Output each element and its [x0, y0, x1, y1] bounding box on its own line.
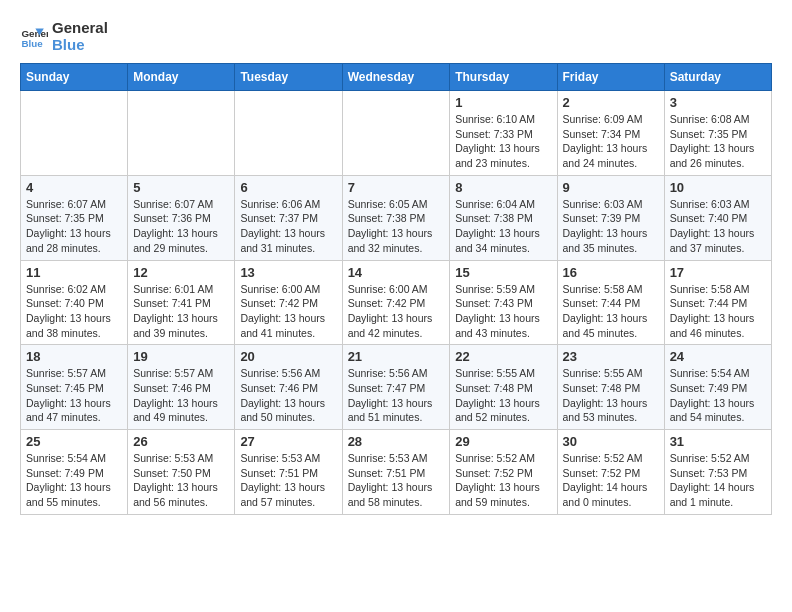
day-info: Sunrise: 5:56 AM Sunset: 7:47 PM Dayligh… — [348, 366, 445, 425]
week-row-5: 25Sunrise: 5:54 AM Sunset: 7:49 PM Dayli… — [21, 430, 772, 515]
day-cell: 21Sunrise: 5:56 AM Sunset: 7:47 PM Dayli… — [342, 345, 450, 430]
day-number: 16 — [563, 265, 659, 280]
header: General Blue General Blue — [20, 20, 772, 53]
day-info: Sunrise: 6:01 AM Sunset: 7:41 PM Dayligh… — [133, 282, 229, 341]
week-row-2: 4Sunrise: 6:07 AM Sunset: 7:35 PM Daylig… — [21, 175, 772, 260]
day-info: Sunrise: 6:04 AM Sunset: 7:38 PM Dayligh… — [455, 197, 551, 256]
day-cell — [21, 91, 128, 176]
day-info: Sunrise: 6:05 AM Sunset: 7:38 PM Dayligh… — [348, 197, 445, 256]
day-number: 11 — [26, 265, 122, 280]
day-header-thursday: Thursday — [450, 64, 557, 91]
day-number: 10 — [670, 180, 766, 195]
day-cell: 27Sunrise: 5:53 AM Sunset: 7:51 PM Dayli… — [235, 430, 342, 515]
day-info: Sunrise: 5:55 AM Sunset: 7:48 PM Dayligh… — [455, 366, 551, 425]
day-info: Sunrise: 5:52 AM Sunset: 7:53 PM Dayligh… — [670, 451, 766, 510]
day-cell: 28Sunrise: 5:53 AM Sunset: 7:51 PM Dayli… — [342, 430, 450, 515]
day-cell: 10Sunrise: 6:03 AM Sunset: 7:40 PM Dayli… — [664, 175, 771, 260]
day-info: Sunrise: 6:09 AM Sunset: 7:34 PM Dayligh… — [563, 112, 659, 171]
day-cell: 14Sunrise: 6:00 AM Sunset: 7:42 PM Dayli… — [342, 260, 450, 345]
day-cell: 29Sunrise: 5:52 AM Sunset: 7:52 PM Dayli… — [450, 430, 557, 515]
calendar-table: SundayMondayTuesdayWednesdayThursdayFrid… — [20, 63, 772, 515]
day-cell: 31Sunrise: 5:52 AM Sunset: 7:53 PM Dayli… — [664, 430, 771, 515]
week-row-3: 11Sunrise: 6:02 AM Sunset: 7:40 PM Dayli… — [21, 260, 772, 345]
day-info: Sunrise: 5:54 AM Sunset: 7:49 PM Dayligh… — [26, 451, 122, 510]
day-number: 22 — [455, 349, 551, 364]
day-info: Sunrise: 5:53 AM Sunset: 7:50 PM Dayligh… — [133, 451, 229, 510]
day-info: Sunrise: 6:06 AM Sunset: 7:37 PM Dayligh… — [240, 197, 336, 256]
day-cell: 15Sunrise: 5:59 AM Sunset: 7:43 PM Dayli… — [450, 260, 557, 345]
day-info: Sunrise: 6:10 AM Sunset: 7:33 PM Dayligh… — [455, 112, 551, 171]
week-row-4: 18Sunrise: 5:57 AM Sunset: 7:45 PM Dayli… — [21, 345, 772, 430]
day-number: 6 — [240, 180, 336, 195]
logo-general: General — [52, 20, 108, 37]
day-cell: 25Sunrise: 5:54 AM Sunset: 7:49 PM Dayli… — [21, 430, 128, 515]
day-cell: 4Sunrise: 6:07 AM Sunset: 7:35 PM Daylig… — [21, 175, 128, 260]
day-number: 14 — [348, 265, 445, 280]
day-cell: 20Sunrise: 5:56 AM Sunset: 7:46 PM Dayli… — [235, 345, 342, 430]
day-cell: 2Sunrise: 6:09 AM Sunset: 7:34 PM Daylig… — [557, 91, 664, 176]
day-number: 29 — [455, 434, 551, 449]
day-info: Sunrise: 6:07 AM Sunset: 7:36 PM Dayligh… — [133, 197, 229, 256]
day-number: 30 — [563, 434, 659, 449]
day-header-saturday: Saturday — [664, 64, 771, 91]
day-number: 28 — [348, 434, 445, 449]
day-info: Sunrise: 5:53 AM Sunset: 7:51 PM Dayligh… — [240, 451, 336, 510]
day-header-wednesday: Wednesday — [342, 64, 450, 91]
day-header-friday: Friday — [557, 64, 664, 91]
day-cell: 30Sunrise: 5:52 AM Sunset: 7:52 PM Dayli… — [557, 430, 664, 515]
day-info: Sunrise: 5:52 AM Sunset: 7:52 PM Dayligh… — [455, 451, 551, 510]
logo: General Blue General Blue — [20, 20, 108, 53]
day-number: 12 — [133, 265, 229, 280]
day-cell: 19Sunrise: 5:57 AM Sunset: 7:46 PM Dayli… — [128, 345, 235, 430]
day-cell: 12Sunrise: 6:01 AM Sunset: 7:41 PM Dayli… — [128, 260, 235, 345]
day-cell: 6Sunrise: 6:06 AM Sunset: 7:37 PM Daylig… — [235, 175, 342, 260]
day-cell: 23Sunrise: 5:55 AM Sunset: 7:48 PM Dayli… — [557, 345, 664, 430]
day-cell: 22Sunrise: 5:55 AM Sunset: 7:48 PM Dayli… — [450, 345, 557, 430]
day-cell: 17Sunrise: 5:58 AM Sunset: 7:44 PM Dayli… — [664, 260, 771, 345]
day-header-tuesday: Tuesday — [235, 64, 342, 91]
day-number: 18 — [26, 349, 122, 364]
day-cell: 13Sunrise: 6:00 AM Sunset: 7:42 PM Dayli… — [235, 260, 342, 345]
day-number: 20 — [240, 349, 336, 364]
day-number: 25 — [26, 434, 122, 449]
day-info: Sunrise: 6:03 AM Sunset: 7:40 PM Dayligh… — [670, 197, 766, 256]
day-info: Sunrise: 5:57 AM Sunset: 7:46 PM Dayligh… — [133, 366, 229, 425]
day-info: Sunrise: 6:03 AM Sunset: 7:39 PM Dayligh… — [563, 197, 659, 256]
day-cell — [128, 91, 235, 176]
day-number: 19 — [133, 349, 229, 364]
day-info: Sunrise: 5:58 AM Sunset: 7:44 PM Dayligh… — [563, 282, 659, 341]
day-number: 23 — [563, 349, 659, 364]
day-number: 26 — [133, 434, 229, 449]
day-header-sunday: Sunday — [21, 64, 128, 91]
day-number: 15 — [455, 265, 551, 280]
day-info: Sunrise: 5:57 AM Sunset: 7:45 PM Dayligh… — [26, 366, 122, 425]
logo-blue: Blue — [52, 37, 108, 54]
day-number: 9 — [563, 180, 659, 195]
day-number: 2 — [563, 95, 659, 110]
day-number: 13 — [240, 265, 336, 280]
svg-text:Blue: Blue — [21, 37, 43, 48]
day-number: 5 — [133, 180, 229, 195]
day-cell: 1Sunrise: 6:10 AM Sunset: 7:33 PM Daylig… — [450, 91, 557, 176]
logo-icon: General Blue — [20, 23, 48, 51]
day-info: Sunrise: 6:02 AM Sunset: 7:40 PM Dayligh… — [26, 282, 122, 341]
day-cell: 3Sunrise: 6:08 AM Sunset: 7:35 PM Daylig… — [664, 91, 771, 176]
day-cell: 18Sunrise: 5:57 AM Sunset: 7:45 PM Dayli… — [21, 345, 128, 430]
day-number: 17 — [670, 265, 766, 280]
day-headers: SundayMondayTuesdayWednesdayThursdayFrid… — [21, 64, 772, 91]
day-cell — [342, 91, 450, 176]
day-cell: 9Sunrise: 6:03 AM Sunset: 7:39 PM Daylig… — [557, 175, 664, 260]
day-info: Sunrise: 5:58 AM Sunset: 7:44 PM Dayligh… — [670, 282, 766, 341]
day-info: Sunrise: 5:59 AM Sunset: 7:43 PM Dayligh… — [455, 282, 551, 341]
day-cell — [235, 91, 342, 176]
day-cell: 8Sunrise: 6:04 AM Sunset: 7:38 PM Daylig… — [450, 175, 557, 260]
day-number: 4 — [26, 180, 122, 195]
day-header-monday: Monday — [128, 64, 235, 91]
day-info: Sunrise: 5:54 AM Sunset: 7:49 PM Dayligh… — [670, 366, 766, 425]
day-cell: 11Sunrise: 6:02 AM Sunset: 7:40 PM Dayli… — [21, 260, 128, 345]
day-cell: 5Sunrise: 6:07 AM Sunset: 7:36 PM Daylig… — [128, 175, 235, 260]
day-info: Sunrise: 6:07 AM Sunset: 7:35 PM Dayligh… — [26, 197, 122, 256]
day-number: 3 — [670, 95, 766, 110]
day-number: 1 — [455, 95, 551, 110]
day-number: 27 — [240, 434, 336, 449]
